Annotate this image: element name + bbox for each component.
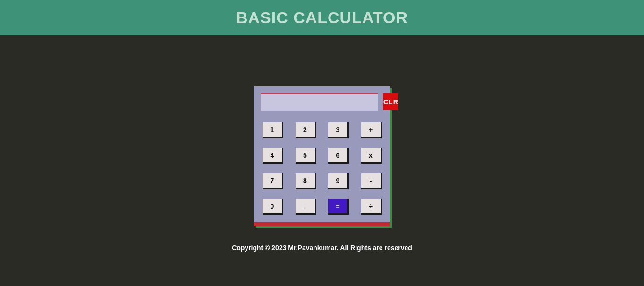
- key-1[interactable]: 1: [263, 122, 283, 138]
- copyright-text: Copyright © 2023 Mr.Pavankumar. All Righ…: [0, 244, 644, 252]
- key-0[interactable]: 0: [263, 199, 283, 215]
- key-3[interactable]: 3: [328, 122, 349, 138]
- key-8[interactable]: 8: [296, 173, 316, 189]
- app-header: BASIC CALCULATOR: [0, 0, 644, 35]
- key-5[interactable]: 5: [296, 148, 316, 164]
- key-4[interactable]: 4: [263, 148, 283, 164]
- key-equals[interactable]: =: [328, 199, 349, 215]
- key-minus[interactable]: -: [361, 173, 382, 189]
- clear-button[interactable]: CLR: [383, 93, 398, 110]
- key-2[interactable]: 2: [296, 122, 316, 138]
- display-row: CLR: [261, 93, 386, 111]
- page-title: BASIC CALCULATOR: [0, 8, 644, 27]
- key-divide[interactable]: ÷: [361, 199, 382, 215]
- key-dot[interactable]: .: [296, 199, 316, 215]
- key-9[interactable]: 9: [328, 173, 349, 189]
- key-plus[interactable]: +: [361, 122, 382, 138]
- key-6[interactable]: 6: [328, 148, 349, 164]
- key-7[interactable]: 7: [263, 173, 283, 189]
- key-multiply[interactable]: x: [361, 148, 382, 164]
- main-content: CLR 1 2 3 + 4 5 6 x 7 8 9 - 0 . = ÷ Copy…: [0, 35, 644, 252]
- footer: Copyright © 2023 Mr.Pavankumar. All Righ…: [0, 244, 644, 252]
- calculator-body: CLR 1 2 3 + 4 5 6 x 7 8 9 - 0 . = ÷: [254, 86, 390, 226]
- keypad: 1 2 3 + 4 5 6 x 7 8 9 - 0 . = ÷: [261, 122, 386, 217]
- calculator-display[interactable]: [261, 93, 378, 111]
